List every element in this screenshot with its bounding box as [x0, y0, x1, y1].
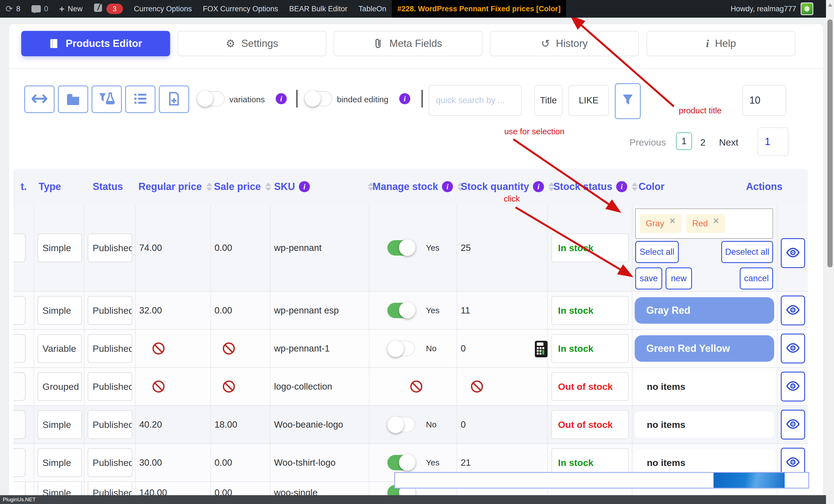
save-button[interactable]: save: [635, 267, 662, 289]
row-select-stub[interactable]: [13, 372, 26, 401]
status-cell[interactable]: Published: [88, 334, 132, 363]
select-all-button[interactable]: Select all: [635, 241, 679, 263]
regular-price-cell[interactable]: 32.00: [139, 305, 162, 316]
stock-status-cell[interactable]: Out of stock: [551, 372, 629, 401]
header-color[interactable]: Color: [638, 181, 664, 193]
tab-meta-fields[interactable]: Meta Fields: [334, 31, 482, 56]
stock-quantity-cell[interactable]: 0: [461, 419, 466, 430]
tab-products-editor[interactable]: Products Editor: [21, 31, 170, 56]
sku-cell[interactable]: wp-pennant: [274, 243, 322, 253]
color-no-items-cell[interactable]: no items: [635, 411, 774, 438]
apply-filter-button[interactable]: [615, 83, 641, 119]
type-cell[interactable]: Variable: [38, 334, 82, 363]
pagination-goto-input[interactable]: [758, 127, 789, 156]
tab-help[interactable]: iHelp: [646, 31, 795, 56]
header-t-[interactable]: t.: [21, 181, 27, 193]
admin-comments-item[interactable]: 0: [26, 0, 54, 18]
type-cell[interactable]: Simple: [38, 448, 82, 477]
stock-quantity-cell[interactable]: 0: [461, 343, 466, 354]
status-cell[interactable]: Published: [88, 372, 132, 401]
stock-status-cell[interactable]: In stock: [551, 234, 629, 262]
scrollbar-up-arrow[interactable]: [828, 3, 832, 7]
header-status[interactable]: Status: [93, 181, 123, 193]
sale-price-cell[interactable]: 0.00: [215, 457, 232, 468]
cancel-button[interactable]: cancel: [740, 267, 773, 289]
row-select-stub[interactable]: [13, 448, 26, 477]
term-chip-red[interactable]: Red✕: [686, 214, 725, 233]
sale-price-cell[interactable]: 0.00: [215, 243, 232, 253]
search-field-button[interactable]: Title: [534, 85, 563, 116]
sku-cell[interactable]: wp-pennant esp: [274, 305, 339, 316]
manage-stock-toggle[interactable]: [387, 455, 415, 470]
toolbar-list-button[interactable]: [125, 86, 155, 113]
sort-arrows-icon[interactable]: [265, 182, 271, 191]
type-cell[interactable]: Grouped: [38, 372, 82, 401]
type-cell[interactable]: Simple: [38, 410, 82, 439]
pagination-page-current[interactable]: 1: [676, 132, 692, 150]
scrollbar-thumb[interactable]: [827, 19, 833, 267]
header-type[interactable]: Type: [39, 181, 61, 193]
sku-cell[interactable]: logo-collection: [274, 381, 332, 392]
remove-term-icon[interactable]: ✕: [713, 216, 719, 225]
row-select-stub[interactable]: [13, 334, 26, 363]
toolbar-add-page-button[interactable]: [159, 86, 189, 113]
tab-history[interactable]: ↺History: [490, 31, 639, 56]
row-select-stub[interactable]: [13, 410, 26, 439]
regular-price-cell[interactable]: 40.20: [139, 419, 162, 430]
pagination-page-2[interactable]: 2: [700, 137, 705, 148]
manage-stock-toggle[interactable]: [387, 240, 415, 256]
stock-quantity-cell[interactable]: 21: [461, 457, 471, 468]
toolbar-resize-horizontal-button[interactable]: [24, 86, 54, 113]
header-manage-stock[interactable]: Manage stocki: [372, 181, 463, 193]
manage-stock-toggle[interactable]: [387, 417, 415, 432]
header-stock-status[interactable]: Stock statusi: [553, 181, 638, 193]
color-terms-button[interactable]: Green Red Yellow: [635, 335, 774, 362]
pagination-previous[interactable]: Previous: [630, 137, 666, 148]
header-regular-price[interactable]: Regular price: [138, 181, 212, 193]
type-cell[interactable]: Simple: [38, 296, 82, 325]
pagination-next[interactable]: Next: [719, 137, 738, 148]
header-sale-price[interactable]: Sale price: [214, 181, 271, 193]
type-cell[interactable]: Simple: [38, 234, 82, 262]
admin-current-page-title[interactable]: #228. WordPress Pennant Fixed prices [Co…: [392, 0, 566, 18]
per-page-input[interactable]: [742, 85, 786, 116]
admin-new-item[interactable]: +New: [54, 0, 88, 18]
stock-quantity-cell[interactable]: 25: [461, 243, 471, 253]
sale-price-cell[interactable]: 18.00: [215, 419, 237, 430]
admin-menu-bear-bulk-editor[interactable]: BEAR Bulk Editor: [284, 0, 353, 18]
view-product-button[interactable]: [781, 295, 805, 325]
sort-arrows-icon[interactable]: [368, 182, 374, 191]
admin-updates-item[interactable]: ⟳8: [0, 0, 26, 18]
regular-price-cell[interactable]: 30.00: [139, 457, 162, 468]
status-cell[interactable]: Published: [88, 448, 132, 477]
howdy-label[interactable]: Howdy, realmag777: [731, 5, 796, 13]
admin-yoast-item[interactable]: 3: [88, 0, 129, 18]
sku-cell[interactable]: wp-pennant-1: [274, 343, 330, 354]
sort-arrows-icon[interactable]: [632, 182, 638, 191]
color-no-items-cell[interactable]: no items: [635, 373, 774, 400]
sort-arrows-icon[interactable]: [206, 182, 212, 191]
view-product-button[interactable]: [781, 238, 805, 268]
tab-settings[interactable]: ⚙Settings: [178, 31, 326, 56]
stock-status-cell[interactable]: Out of stock: [551, 410, 629, 439]
regular-price-cell[interactable]: 74.00: [139, 243, 162, 253]
admin-menu-currency-options[interactable]: Currency Options: [129, 0, 197, 18]
admin-menu-tableon[interactable]: TableOn: [353, 0, 392, 18]
stock-status-cell[interactable]: In stock: [551, 296, 629, 325]
new-button[interactable]: new: [665, 267, 692, 289]
sku-cell[interactable]: Woo-beanie-logo: [274, 419, 343, 430]
term-chip-gray[interactable]: Gray✕: [640, 214, 682, 233]
view-product-button[interactable]: [781, 372, 805, 401]
toolbar-filter-flask-button[interactable]: [91, 86, 122, 113]
search-input[interactable]: [429, 85, 522, 116]
search-operator-button[interactable]: LIKE: [569, 85, 609, 116]
row-select-stub[interactable]: [13, 234, 26, 262]
status-cell[interactable]: Published: [88, 296, 132, 325]
header-stock-quantity[interactable]: Stock quantityi: [461, 181, 554, 193]
sale-price-cell[interactable]: 0.00: [215, 305, 232, 316]
admin-menu-fox-currency-options[interactable]: FOX Currency Options: [197, 0, 284, 18]
header-sku[interactable]: SKUi: [274, 181, 310, 193]
color-terms-selector[interactable]: Gray✕Red✕: [635, 209, 773, 239]
color-terms-button[interactable]: Gray Red: [635, 297, 774, 324]
view-product-button[interactable]: [781, 334, 805, 364]
